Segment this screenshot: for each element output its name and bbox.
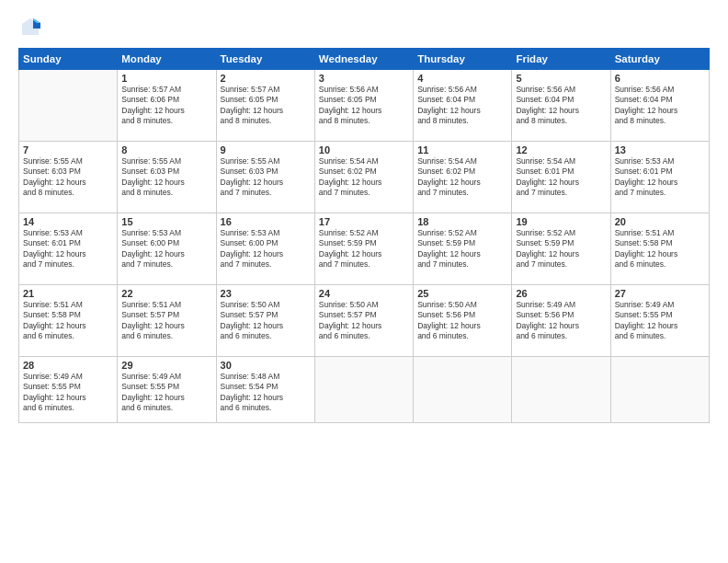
day-info: Sunrise: 5:52 AM Sunset: 5:59 PM Dayligh… — [319, 228, 409, 270]
day-cell — [610, 357, 709, 423]
day-number: 22 — [121, 288, 211, 299]
day-cell: 5Sunrise: 5:56 AM Sunset: 6:04 PM Daylig… — [512, 70, 610, 142]
day-cell: 17Sunrise: 5:52 AM Sunset: 5:59 PM Dayli… — [314, 213, 413, 285]
day-number: 6 — [615, 73, 705, 84]
day-number: 11 — [417, 144, 507, 155]
day-info: Sunrise: 5:49 AM Sunset: 5:56 PM Dayligh… — [516, 300, 606, 342]
calendar: SundayMondayTuesdayWednesdayThursdayFrid… — [18, 48, 710, 423]
day-info: Sunrise: 5:52 AM Sunset: 5:59 PM Dayligh… — [417, 228, 507, 270]
day-info: Sunrise: 5:50 AM Sunset: 5:56 PM Dayligh… — [417, 300, 507, 342]
day-number: 28 — [23, 360, 113, 371]
day-number: 10 — [319, 144, 409, 155]
day-cell: 27Sunrise: 5:49 AM Sunset: 5:55 PM Dayli… — [610, 285, 709, 357]
day-number: 25 — [417, 288, 507, 299]
day-cell: 23Sunrise: 5:50 AM Sunset: 5:57 PM Dayli… — [216, 285, 314, 357]
day-info: Sunrise: 5:57 AM Sunset: 6:05 PM Dayligh… — [221, 85, 311, 127]
day-cell: 9Sunrise: 5:55 AM Sunset: 6:03 PM Daylig… — [216, 142, 314, 213]
day-info: Sunrise: 5:51 AM Sunset: 5:57 PM Dayligh… — [121, 300, 211, 342]
day-info: Sunrise: 5:54 AM Sunset: 6:02 PM Dayligh… — [417, 156, 507, 199]
day-cell: 1Sunrise: 5:57 AM Sunset: 6:06 PM Daylig… — [118, 70, 216, 142]
col-header-monday: Monday — [118, 49, 216, 70]
day-cell: 3Sunrise: 5:56 AM Sunset: 6:05 PM Daylig… — [314, 70, 413, 142]
day-info: Sunrise: 5:56 AM Sunset: 6:05 PM Dayligh… — [319, 85, 409, 127]
day-cell: 24Sunrise: 5:50 AM Sunset: 5:57 PM Dayli… — [314, 285, 413, 357]
day-cell: 22Sunrise: 5:51 AM Sunset: 5:57 PM Dayli… — [118, 285, 216, 357]
week-row-5: 28Sunrise: 5:49 AM Sunset: 5:55 PM Dayli… — [19, 357, 710, 423]
day-cell: 12Sunrise: 5:54 AM Sunset: 6:01 PM Dayli… — [512, 142, 610, 213]
day-info: Sunrise: 5:56 AM Sunset: 6:04 PM Dayligh… — [516, 85, 606, 127]
day-number: 14 — [23, 216, 113, 227]
day-cell: 2Sunrise: 5:57 AM Sunset: 6:05 PM Daylig… — [216, 70, 314, 142]
day-cell — [314, 357, 413, 423]
day-cell: 26Sunrise: 5:49 AM Sunset: 5:56 PM Dayli… — [512, 285, 610, 357]
day-info: Sunrise: 5:55 AM Sunset: 6:03 PM Dayligh… — [221, 156, 311, 199]
day-number: 3 — [319, 73, 409, 84]
week-row-4: 21Sunrise: 5:51 AM Sunset: 5:58 PM Dayli… — [19, 285, 710, 357]
day-cell: 8Sunrise: 5:55 AM Sunset: 6:03 PM Daylig… — [118, 142, 216, 213]
day-info: Sunrise: 5:48 AM Sunset: 5:54 PM Dayligh… — [221, 372, 311, 414]
day-info: Sunrise: 5:53 AM Sunset: 6:01 PM Dayligh… — [23, 228, 113, 270]
day-cell: 30Sunrise: 5:48 AM Sunset: 5:54 PM Dayli… — [216, 357, 314, 423]
day-number: 19 — [516, 216, 606, 227]
day-info: Sunrise: 5:55 AM Sunset: 6:03 PM Dayligh… — [121, 156, 211, 199]
day-cell: 20Sunrise: 5:51 AM Sunset: 5:58 PM Dayli… — [610, 213, 709, 285]
col-header-friday: Friday — [512, 49, 610, 70]
day-info: Sunrise: 5:53 AM Sunset: 6:00 PM Dayligh… — [121, 228, 211, 270]
day-info: Sunrise: 5:57 AM Sunset: 6:06 PM Dayligh… — [121, 85, 211, 127]
col-header-sunday: Sunday — [19, 49, 118, 70]
week-row-3: 14Sunrise: 5:53 AM Sunset: 6:01 PM Dayli… — [19, 213, 710, 285]
day-cell: 14Sunrise: 5:53 AM Sunset: 6:01 PM Dayli… — [19, 213, 118, 285]
day-cell: 28Sunrise: 5:49 AM Sunset: 5:55 PM Dayli… — [19, 357, 118, 423]
day-number: 29 — [121, 360, 211, 371]
header-row: SundayMondayTuesdayWednesdayThursdayFrid… — [19, 49, 710, 70]
day-cell: 10Sunrise: 5:54 AM Sunset: 6:02 PM Dayli… — [314, 142, 413, 213]
day-number: 15 — [121, 216, 211, 227]
day-info: Sunrise: 5:50 AM Sunset: 5:57 PM Dayligh… — [319, 300, 409, 342]
col-header-tuesday: Tuesday — [216, 49, 314, 70]
col-header-saturday: Saturday — [610, 49, 709, 70]
day-info: Sunrise: 5:51 AM Sunset: 5:58 PM Dayligh… — [615, 228, 705, 270]
day-number: 27 — [615, 288, 705, 299]
day-info: Sunrise: 5:49 AM Sunset: 5:55 PM Dayligh… — [615, 300, 705, 342]
day-info: Sunrise: 5:52 AM Sunset: 5:59 PM Dayligh… — [516, 228, 606, 270]
day-number: 12 — [516, 144, 606, 155]
col-header-wednesday: Wednesday — [314, 49, 413, 70]
day-cell: 29Sunrise: 5:49 AM Sunset: 5:55 PM Dayli… — [118, 357, 216, 423]
page: SundayMondayTuesdayWednesdayThursdayFrid… — [0, 0, 728, 563]
day-info: Sunrise: 5:49 AM Sunset: 5:55 PM Dayligh… — [121, 372, 211, 414]
day-info: Sunrise: 5:54 AM Sunset: 6:02 PM Dayligh… — [319, 156, 409, 199]
day-cell: 25Sunrise: 5:50 AM Sunset: 5:56 PM Dayli… — [414, 285, 512, 357]
week-row-2: 7Sunrise: 5:55 AM Sunset: 6:03 PM Daylig… — [19, 142, 710, 213]
day-cell — [512, 357, 610, 423]
day-number: 8 — [121, 144, 211, 155]
logo-icon — [20, 17, 40, 37]
day-number: 13 — [615, 144, 705, 155]
day-info: Sunrise: 5:49 AM Sunset: 5:55 PM Dayligh… — [23, 372, 113, 414]
day-number: 24 — [319, 288, 409, 299]
logo — [18, 17, 40, 40]
day-cell — [19, 70, 118, 142]
day-number: 26 — [516, 288, 606, 299]
day-cell: 4Sunrise: 5:56 AM Sunset: 6:04 PM Daylig… — [414, 70, 512, 142]
day-number: 21 — [23, 288, 113, 299]
day-cell: 11Sunrise: 5:54 AM Sunset: 6:02 PM Dayli… — [414, 142, 512, 213]
day-number: 30 — [221, 360, 311, 371]
day-cell: 19Sunrise: 5:52 AM Sunset: 5:59 PM Dayli… — [512, 213, 610, 285]
day-cell: 13Sunrise: 5:53 AM Sunset: 6:01 PM Dayli… — [610, 142, 709, 213]
day-number: 20 — [615, 216, 705, 227]
day-cell: 16Sunrise: 5:53 AM Sunset: 6:00 PM Dayli… — [216, 213, 314, 285]
col-header-thursday: Thursday — [414, 49, 512, 70]
day-number: 2 — [221, 73, 311, 84]
day-number: 9 — [221, 144, 311, 155]
day-info: Sunrise: 5:54 AM Sunset: 6:01 PM Dayligh… — [516, 156, 606, 199]
day-info: Sunrise: 5:56 AM Sunset: 6:04 PM Dayligh… — [417, 85, 507, 127]
week-row-1: 1Sunrise: 5:57 AM Sunset: 6:06 PM Daylig… — [19, 70, 710, 142]
day-cell: 18Sunrise: 5:52 AM Sunset: 5:59 PM Dayli… — [414, 213, 512, 285]
day-number: 17 — [319, 216, 409, 227]
day-number: 18 — [417, 216, 507, 227]
day-info: Sunrise: 5:50 AM Sunset: 5:57 PM Dayligh… — [221, 300, 311, 342]
day-info: Sunrise: 5:53 AM Sunset: 6:01 PM Dayligh… — [615, 156, 705, 199]
day-info: Sunrise: 5:56 AM Sunset: 6:04 PM Dayligh… — [615, 85, 705, 127]
header — [18, 17, 710, 40]
day-info: Sunrise: 5:51 AM Sunset: 5:58 PM Dayligh… — [23, 300, 113, 342]
